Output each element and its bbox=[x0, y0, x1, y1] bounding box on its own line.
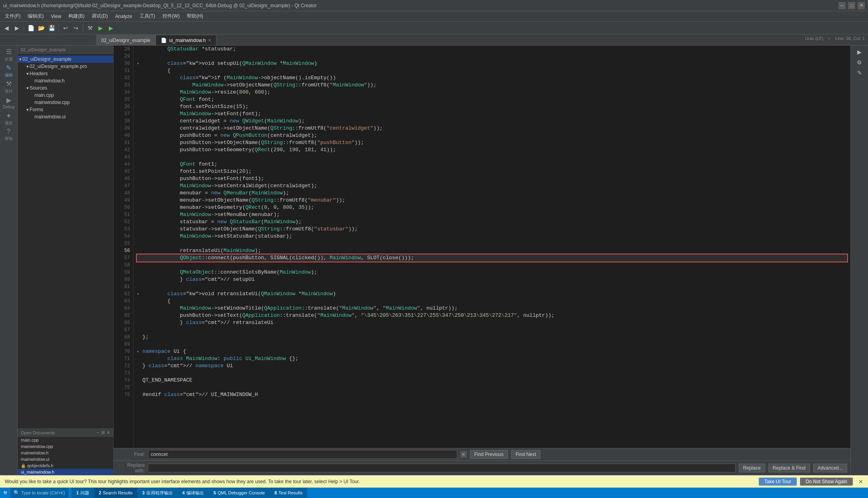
code-line-69[interactable] bbox=[137, 341, 847, 348]
code-line-50[interactable]: menubar->setGeometry(QRect(0, 0, 800, 35… bbox=[137, 204, 847, 211]
sidebar-icon-项目[interactable]: ✦项目 bbox=[1, 111, 16, 126]
status-tab-QML-Debugger-Console[interactable]: 5 QML Debugger Console bbox=[209, 488, 270, 498]
tree-item-Forms[interactable]: ▾Forms bbox=[18, 106, 113, 113]
code-line-51[interactable]: MainWindow->setMenuBar(menubar); bbox=[137, 211, 847, 218]
search-status[interactable]: 🔍 Type to locate (Ctrl+K) bbox=[10, 488, 68, 498]
code-line-55[interactable] bbox=[137, 240, 847, 247]
sidebar-icon-帮助[interactable]: ?帮助 bbox=[1, 127, 16, 142]
code-line-41[interactable]: pushButton->setObjectName(QString::fromU… bbox=[137, 139, 847, 146]
sidebar-icon-设计[interactable]: ⚒设计 bbox=[1, 79, 16, 94]
doc-item-mainwindow-h[interactable]: mainwindow.h bbox=[18, 450, 113, 456]
replace-input[interactable] bbox=[148, 464, 736, 472]
code-line-43[interactable] bbox=[137, 154, 847, 161]
run-button[interactable]: ▶ bbox=[96, 23, 105, 33]
code-line-32[interactable]: class="kw">if (MainWindow->objectName().… bbox=[137, 74, 847, 82]
code-line-34[interactable]: MainWindow->resize(800, 600); bbox=[137, 89, 847, 96]
code-line-72[interactable]: } class="cmt">// namespace Ui bbox=[137, 362, 847, 370]
menu-item-View[interactable]: View bbox=[48, 13, 64, 20]
tab-close-icon[interactable]: ✕ bbox=[208, 38, 211, 42]
tree-item-mainwindow-ui[interactable]: mainwindow.ui bbox=[18, 113, 113, 120]
build-status-icon[interactable]: ⚒ bbox=[3, 490, 7, 496]
code-line-61[interactable] bbox=[137, 283, 847, 290]
menu-item-H[interactable]: 帮助(H) bbox=[184, 12, 206, 20]
code-line-29[interactable] bbox=[137, 53, 847, 60]
code-line-65[interactable]: pushButton->setText(QApplication::transl… bbox=[137, 312, 847, 319]
sidebar-icon-编辑[interactable]: ✎编辑 bbox=[1, 63, 16, 78]
open-docs-split[interactable]: ⊞ bbox=[101, 430, 105, 435]
find-previous-button[interactable]: Find Previous bbox=[470, 450, 508, 459]
undo-button[interactable]: ↩ bbox=[61, 23, 70, 33]
open-button[interactable]: 📂 bbox=[36, 23, 46, 33]
code-line-44[interactable]: QFont font1; bbox=[137, 161, 847, 168]
menu-item-T[interactable]: 工具(T) bbox=[136, 12, 158, 20]
status-tab---[interactable]: 1 问题 bbox=[72, 488, 94, 498]
menu-item-D[interactable]: 调试(D) bbox=[88, 12, 111, 20]
window-controls[interactable]: ─ □ ✕ bbox=[838, 2, 865, 9]
code-line-60[interactable]: } class="cmt">// setupUi bbox=[137, 276, 847, 283]
build-button[interactable]: ⚒ bbox=[85, 23, 95, 33]
code-line-38[interactable]: centralwidget = new QWidget(MainWindow); bbox=[137, 118, 847, 125]
replace-find-button[interactable]: Replace & Find bbox=[768, 464, 810, 472]
status-tab-------[interactable]: 3 应用程序输出 bbox=[138, 488, 178, 498]
tree-item-02-uiDesignr-example[interactable]: ▾02_uiDesignr_example bbox=[18, 56, 113, 63]
code-line-64[interactable]: MainWindow->setWindowTitle(QApplication:… bbox=[137, 305, 847, 312]
doc-item-mainwindow-cpp[interactable]: mainwindow.cpp bbox=[18, 443, 113, 450]
sidebar-icon-欢迎[interactable]: ☰欢迎 bbox=[1, 47, 16, 62]
code-line-76[interactable]: #endif class="cmt">// UI_MAINWINDOW_H bbox=[137, 391, 847, 398]
sidebar-icon-Debug[interactable]: ▶Debug bbox=[1, 95, 16, 110]
tab-mainwindow[interactable]: 📄 ui_mainwindow.h ✕ bbox=[156, 35, 216, 45]
code-line-73[interactable] bbox=[137, 370, 847, 377]
code-line-39[interactable]: centralwidget->setObjectName(QString::fr… bbox=[137, 125, 847, 132]
search-status-input[interactable]: Type to locate (Ctrl+K) bbox=[21, 490, 65, 495]
find-clear-button[interactable]: ✕ bbox=[460, 451, 467, 458]
code-line-37[interactable]: MainWindow->setFont(font); bbox=[137, 110, 847, 118]
open-docs-controls[interactable]: ─ ⊞ ✕ bbox=[96, 430, 110, 435]
code-line-59[interactable]: QMetaObject::connectSlotsByName(MainWind… bbox=[137, 269, 847, 276]
code-line-63[interactable]: { bbox=[137, 298, 847, 305]
doc-item-main-cpp[interactable]: main.cpp bbox=[18, 437, 113, 443]
code-line-40[interactable]: pushButton = new QPushButton(centralwidg… bbox=[137, 132, 847, 139]
find-input[interactable] bbox=[148, 450, 457, 459]
find-next-button[interactable]: Find Next bbox=[511, 450, 540, 459]
redo-button[interactable]: ↪ bbox=[71, 23, 81, 33]
new-button[interactable]: 📄 bbox=[26, 23, 36, 33]
menu-item-Analyze[interactable]: Analyze bbox=[112, 13, 136, 20]
status-tab-Test-Results[interactable]: 8 Test Results bbox=[270, 488, 307, 498]
tree-item-mainwindow-h[interactable]: mainwindow.h bbox=[18, 77, 113, 84]
code-line-47[interactable]: MainWindow->setCentralWidget(centralwidg… bbox=[137, 182, 847, 190]
tree-item-main-cpp[interactable]: main.cpp bbox=[18, 92, 113, 99]
code-line-30[interactable]: ▾ class="kw">void setupUi(QMainWindow *M… bbox=[137, 60, 847, 67]
tour-buttons[interactable]: Take UI Tour Do Not Show Again ✕ bbox=[759, 478, 863, 486]
advanced-button[interactable]: Advanced... bbox=[813, 464, 847, 472]
open-docs-collapse[interactable]: ─ bbox=[96, 430, 100, 435]
code-line-45[interactable]: font1.setPointSize(20); bbox=[137, 168, 847, 175]
tree-item-02-uiDesignr-example-pro[interactable]: ▾02_uiDesignr_example.pro bbox=[18, 63, 113, 70]
menu-item-W[interactable]: 控件(W) bbox=[159, 12, 183, 20]
menu-item-E[interactable]: 编辑(E) bbox=[24, 12, 47, 20]
minimize-button[interactable]: ─ bbox=[838, 2, 846, 9]
code-line-31[interactable]: { bbox=[137, 67, 847, 74]
tree-item-Headers[interactable]: ▾Headers bbox=[18, 70, 113, 77]
code-line-62[interactable]: ▾ class="kw">void retranslateUi(QMainWin… bbox=[137, 290, 847, 298]
do-not-show-button[interactable]: Do Not Show Again bbox=[800, 478, 853, 486]
tree-item-Sources[interactable]: ▾Sources bbox=[18, 84, 113, 92]
code-line-49[interactable]: menubar->setObjectName(QString::fromUtf8… bbox=[137, 197, 847, 204]
code-line-28[interactable]: QStatusBar *statusbar; bbox=[137, 46, 847, 53]
open-docs-close[interactable]: ✕ bbox=[106, 430, 110, 435]
code-line-57[interactable]: QObject::connect(pushButton, SIGNAL(clic… bbox=[137, 254, 847, 262]
code-line-68[interactable]: }; bbox=[137, 334, 847, 341]
replace-button[interactable]: Replace bbox=[739, 464, 765, 472]
status-tab-----[interactable]: 4 编译输出 bbox=[178, 488, 209, 498]
close-button[interactable]: ✕ bbox=[858, 2, 865, 9]
code-line-35[interactable]: QFont font; bbox=[137, 96, 847, 103]
code-line-56[interactable]: retranslateUi(MainWindow); bbox=[137, 247, 847, 254]
tree-item-mainwindow-cpp[interactable]: mainwindow.cpp bbox=[18, 99, 113, 106]
fold-icon[interactable]: ▾ bbox=[137, 348, 142, 356]
code-line-67[interactable] bbox=[137, 326, 847, 334]
doc-item-qobjectdefs-h[interactable]: 🔒qobjectdefs.h bbox=[18, 462, 113, 469]
right-sidebar-btn1[interactable]: ▶ bbox=[855, 47, 864, 57]
code-content[interactable]: QStatusBar *statusbar; ▾ class="kw">void… bbox=[134, 46, 850, 448]
code-line-48[interactable]: menubar = new QMenuBar(MainWindow); bbox=[137, 190, 847, 197]
maximize-button[interactable]: □ bbox=[848, 2, 855, 9]
code-line-74[interactable]: QT_END_NAMESPACE bbox=[137, 377, 847, 384]
